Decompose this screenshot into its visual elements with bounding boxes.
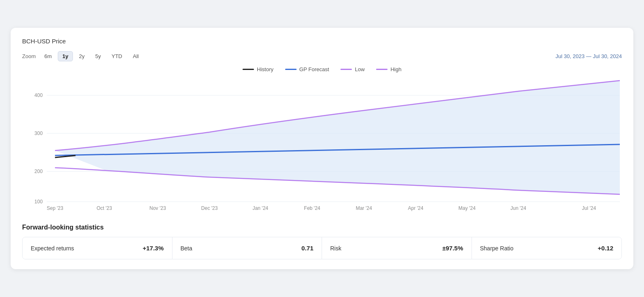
stat-risk: Risk ±97.5% (322, 237, 472, 259)
y-label-100: 100 (34, 199, 43, 205)
x-label-feb24: Feb '24 (304, 205, 320, 211)
y-label-400: 400 (34, 92, 43, 98)
zoom-all[interactable]: All (128, 51, 143, 61)
y-label-300: 300 (34, 130, 43, 136)
chart-title: BCH-USD Price (22, 38, 622, 45)
legend-gp-label: GP Forecast (299, 66, 329, 72)
legend-gp-line (285, 69, 297, 70)
legend-high-line (376, 69, 388, 70)
y-label-200: 200 (34, 169, 43, 174)
legend-history: History (243, 66, 273, 72)
stat-risk-value: ±97.5% (442, 245, 463, 252)
zoom-ytd[interactable]: YTD (107, 51, 127, 61)
forecast-band-fill (55, 81, 620, 194)
chart-svg: 400 300 200 100 Sep '23 Oct '23 Nov '23 … (22, 75, 622, 214)
stat-beta: Beta 0.71 (172, 237, 322, 259)
zoom-label: Zoom (22, 53, 36, 59)
x-label-dec23: Dec '23 (201, 205, 218, 211)
x-label-jul24: Jul '24 (582, 205, 596, 211)
x-label-apr24: Apr '24 (408, 205, 424, 211)
chart-legend: History GP Forecast Low High (22, 66, 622, 72)
stat-expected-returns-label: Expected returns (31, 245, 74, 252)
legend-high-label: High (390, 66, 401, 72)
stat-risk-label: Risk (330, 245, 341, 252)
zoom-bar: Zoom 6m 1y 2y 5y YTD All Jul 30, 2023 — … (22, 51, 622, 61)
chart-area: 400 300 200 100 Sep '23 Oct '23 Nov '23 … (22, 75, 622, 214)
stats-title: Forward-looking statistics (22, 224, 622, 231)
x-label-mar24: Mar '24 (356, 205, 372, 211)
x-label-sep23: Sep '23 (47, 205, 63, 211)
stats-section: Forward-looking statistics Expected retu… (22, 224, 622, 259)
x-label-oct23: Oct '23 (97, 205, 112, 211)
stats-grid: Expected returns +17.3% Beta 0.71 Risk ±… (22, 237, 622, 259)
legend-gp-forecast: GP Forecast (285, 66, 329, 72)
stat-sharpe-ratio-label: Sharpe Ratio (480, 245, 514, 252)
zoom-6m[interactable]: 6m (40, 51, 56, 61)
stat-sharpe-ratio: Sharpe Ratio +0.12 (472, 237, 622, 259)
stat-beta-value: 0.71 (302, 245, 313, 252)
stat-sharpe-ratio-value: +0.12 (598, 245, 613, 252)
stat-beta-label: Beta (181, 245, 193, 252)
zoom-controls: Zoom 6m 1y 2y 5y YTD All (22, 51, 143, 61)
main-card: BCH-USD Price Zoom 6m 1y 2y 5y YTD All J… (11, 28, 633, 269)
legend-low: Low (340, 66, 365, 72)
legend-low-label: Low (355, 66, 365, 72)
x-label-jan24: Jan '24 (252, 205, 268, 211)
legend-low-line (340, 69, 352, 70)
legend-history-line (243, 69, 254, 70)
x-label-nov23: Nov '23 (150, 205, 166, 211)
zoom-2y[interactable]: 2y (75, 51, 89, 61)
x-label-jun24: Jun '24 (510, 205, 526, 211)
stat-expected-returns: Expected returns +17.3% (23, 237, 172, 259)
stat-expected-returns-value: +17.3% (143, 245, 163, 252)
zoom-1y[interactable]: 1y (58, 51, 73, 61)
date-range: Jul 30, 2023 — Jul 30, 2024 (556, 53, 622, 59)
zoom-5y[interactable]: 5y (91, 51, 106, 61)
legend-history-label: History (257, 66, 273, 72)
x-label-may24: May '24 (458, 205, 476, 211)
legend-high: High (376, 66, 401, 72)
